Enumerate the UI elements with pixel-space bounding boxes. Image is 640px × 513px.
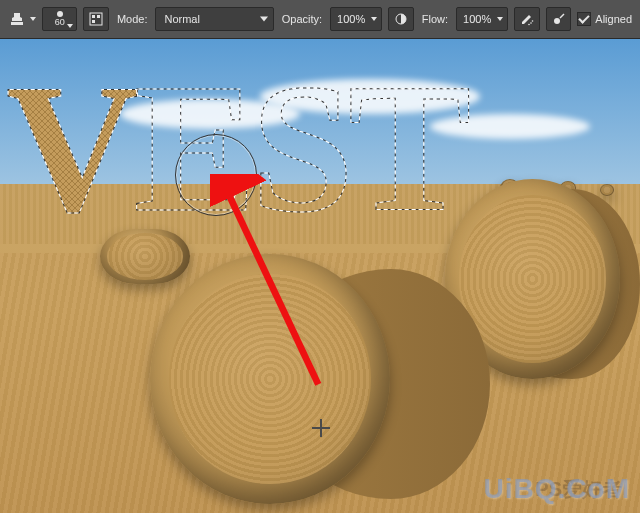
opacity-label: Opacity:: [280, 13, 324, 25]
blend-mode-dropdown[interactable]: Normal: [155, 7, 273, 31]
mode-label: Mode:: [115, 13, 150, 25]
stamp-icon[interactable]: [8, 10, 26, 28]
flow-value: 100%: [463, 13, 491, 25]
opacity-input[interactable]: 100%: [330, 7, 382, 31]
airbrush-button[interactable]: [514, 7, 540, 31]
chevron-down-icon: [371, 17, 377, 21]
flow-input[interactable]: 100%: [456, 7, 508, 31]
svg-point-7: [528, 24, 530, 26]
document-canvas[interactable]: V VEST VEST PS爱好者 UiBQ.CoM: [0, 39, 640, 513]
options-bar: 60 Mode: Normal Opacity: 100% Flow: 100%: [0, 0, 640, 39]
opacity-value: 100%: [337, 13, 365, 25]
chevron-down-icon: [497, 17, 503, 21]
chevron-down-icon: [67, 24, 73, 28]
checkbox-icon: [577, 12, 591, 26]
aligned-label: Aligned: [595, 13, 632, 25]
blend-mode-value: Normal: [164, 13, 199, 25]
svg-rect-3: [92, 20, 95, 23]
tool-preset-group: [8, 7, 36, 31]
instruction-arrow: [210, 174, 350, 394]
svg-point-8: [554, 18, 560, 24]
aligned-checkbox[interactable]: Aligned: [577, 12, 632, 26]
brush-size-value: 60: [55, 18, 65, 27]
pressure-size-button[interactable]: [546, 7, 572, 31]
app-window: 60 Mode: Normal Opacity: 100% Flow: 100%: [0, 0, 640, 513]
svg-point-6: [532, 20, 534, 22]
svg-rect-1: [92, 15, 95, 18]
flow-label: Flow:: [420, 13, 450, 25]
svg-point-5: [530, 22, 532, 24]
svg-rect-2: [97, 15, 100, 18]
chevron-down-icon: [260, 17, 268, 22]
watermark-text-2: UiBQ.CoM: [484, 473, 630, 505]
brush-panel-button[interactable]: [83, 7, 109, 31]
brush-preset-picker[interactable]: 60: [42, 7, 77, 31]
clone-source-crosshair: [312, 419, 330, 437]
svg-rect-0: [90, 13, 102, 25]
pressure-opacity-button[interactable]: [388, 7, 414, 31]
tool-preset-caret-icon[interactable]: [30, 17, 36, 21]
svg-line-13: [225, 185, 319, 384]
